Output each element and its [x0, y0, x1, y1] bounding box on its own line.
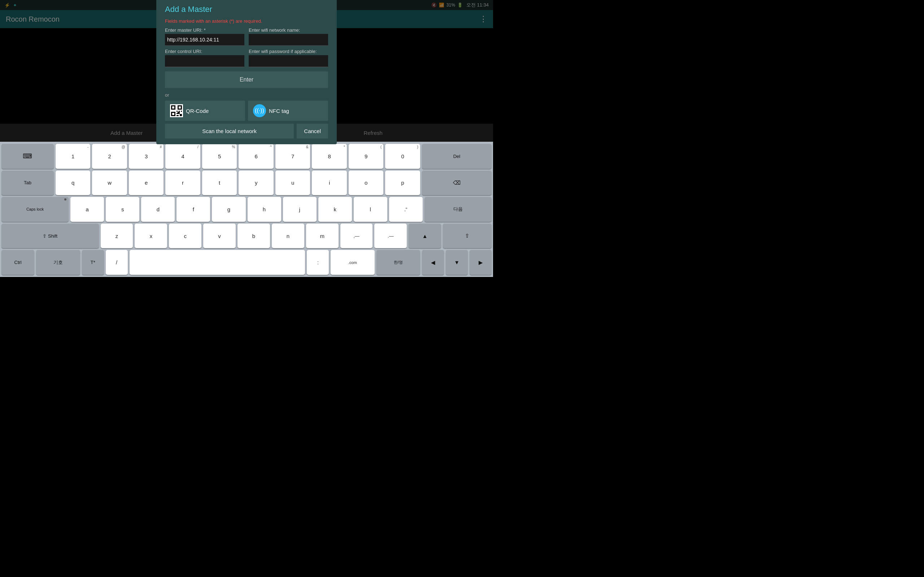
key-x[interactable]: x — [135, 224, 167, 248]
key-r[interactable]: r — [165, 171, 200, 195]
qr-code-button[interactable]: QR-Code — [165, 101, 245, 121]
qr-nfc-row: QR-Code ((·)) NFC tag — [165, 101, 328, 121]
key-s[interactable]: s — [106, 197, 139, 222]
svg-rect-10 — [178, 112, 180, 114]
key-text-format[interactable]: T* — [82, 250, 104, 275]
wifi-password-input[interactable] — [249, 55, 328, 67]
key-g[interactable]: g — [212, 197, 246, 222]
key-f[interactable]: f — [176, 197, 210, 222]
key-dotcom[interactable]: .com — [331, 250, 375, 275]
key-arrow-right[interactable]: ▶ — [470, 250, 492, 275]
nfc-tag-button[interactable]: ((·)) NFC tag — [248, 101, 328, 121]
key-q[interactable]: q — [56, 171, 90, 195]
keyboard-row-bottom: Ctrl 기호 T* / : .com 한/영 ◀ ▼ ▶ — [2, 250, 492, 275]
key-korean-toggle[interactable]: 한/영 — [376, 250, 420, 275]
nfc-icon: ((·)) — [253, 104, 266, 117]
key-7[interactable]: 7& — [275, 144, 310, 169]
key-e[interactable]: e — [129, 171, 164, 195]
key-o[interactable]: o — [349, 171, 384, 195]
key-n[interactable]: n — [272, 224, 304, 248]
or-text: or — [165, 92, 328, 98]
svg-rect-5 — [172, 113, 174, 115]
required-note: Fields marked with an asterisk (*) are r… — [165, 18, 328, 24]
key-0[interactable]: 0) — [385, 144, 420, 169]
key-p[interactable]: p — [385, 171, 420, 195]
key-j[interactable]: j — [283, 197, 317, 222]
key-l[interactable]: l — [354, 197, 387, 222]
svg-rect-12 — [180, 114, 182, 116]
svg-rect-11 — [176, 115, 179, 116]
key-i[interactable]: i — [312, 171, 347, 195]
key-w[interactable]: w — [92, 171, 127, 195]
key-k[interactable]: k — [318, 197, 352, 222]
control-uri-group: Enter control URI: — [165, 49, 244, 67]
keyboard-row-numbers: ⌨ 1- 2@ 3# 4/ 5% 6^ 7& 8* 9( 0) Del — [2, 144, 492, 169]
scan-network-button[interactable]: Scan the local network — [165, 124, 294, 139]
qr-code-label: QR-Code — [186, 108, 208, 114]
svg-rect-1 — [172, 106, 174, 108]
dialog-title: Add a Master — [165, 5, 328, 14]
wifi-name-input[interactable] — [249, 34, 328, 46]
qr-icon — [170, 104, 183, 117]
svg-rect-9 — [176, 113, 178, 114]
key-period-dash[interactable]: .— — [374, 224, 407, 248]
key-capslock[interactable]: Caps lock — [2, 197, 69, 222]
key-5[interactable]: 5% — [202, 144, 237, 169]
key-3[interactable]: 3# — [129, 144, 164, 169]
key-2[interactable]: 2@ — [92, 144, 127, 169]
keyboard: ⌨ 1- 2@ 3# 4/ 5% 6^ 7& 8* 9( 0) Del Tab … — [0, 142, 493, 277]
dialog-overlay: Add a Master Fields marked with an aster… — [0, 0, 493, 142]
key-h[interactable]: h — [247, 197, 281, 222]
wifi-password-label: Enter wifi password if applicable: — [249, 49, 328, 54]
key-c[interactable]: c — [169, 224, 201, 248]
key-v[interactable]: v — [203, 224, 236, 248]
key-ctrl[interactable]: Ctrl — [2, 250, 34, 275]
svg-rect-8 — [181, 111, 182, 112]
key-symbol[interactable]: 기호 — [36, 250, 80, 275]
key-b[interactable]: b — [237, 224, 270, 248]
key-u[interactable]: u — [275, 171, 310, 195]
keyboard-row-zxcv: ⇧ Shift z x c v b n m ,— .— ▲ ⇧ — [2, 224, 492, 248]
key-9[interactable]: 9( — [349, 144, 384, 169]
key-a[interactable]: a — [70, 197, 104, 222]
cancel-button[interactable]: Cancel — [297, 124, 328, 139]
key-8[interactable]: 8* — [312, 144, 347, 169]
key-colon[interactable]: : — [307, 250, 329, 275]
key-next[interactable]: 다음 — [425, 197, 492, 222]
key-1[interactable]: 1- — [56, 144, 90, 169]
master-uri-label: Enter master URI: * — [165, 27, 244, 33]
svg-rect-7 — [179, 111, 180, 112]
key-y[interactable]: y — [239, 171, 274, 195]
key-slash[interactable]: / — [106, 250, 128, 275]
key-comma-quote[interactable]: ," — [389, 197, 423, 222]
scan-cancel-row: Scan the local network Cancel — [165, 124, 328, 139]
wifi-password-group: Enter wifi password if applicable: — [249, 49, 328, 67]
enter-button[interactable]: Enter — [165, 71, 328, 88]
wifi-name-group: Enter wifi network name: — [249, 27, 328, 46]
form-grid: Enter master URI: * Enter wifi network n… — [165, 27, 328, 67]
key-keyboard-icon[interactable]: ⌨ — [2, 144, 54, 169]
add-master-dialog: Add a Master Fields marked with an aster… — [156, 0, 337, 144]
key-d[interactable]: d — [141, 197, 175, 222]
svg-rect-3 — [179, 106, 181, 108]
wifi-name-label: Enter wifi network name: — [249, 27, 328, 33]
key-arrow-left[interactable]: ◀ — [422, 250, 444, 275]
keyboard-row-asdf: Caps lock a s d f g h j k l ," 다음 — [2, 197, 492, 222]
key-backspace[interactable]: ⌫ — [422, 171, 492, 195]
key-space[interactable] — [129, 250, 305, 275]
master-uri-group: Enter master URI: * — [165, 27, 244, 46]
key-6[interactable]: 6^ — [239, 144, 274, 169]
control-uri-input[interactable] — [165, 55, 244, 67]
key-arrow-down[interactable]: ▼ — [446, 250, 468, 275]
key-del[interactable]: Del — [422, 144, 492, 169]
key-comma-dash[interactable]: ,— — [340, 224, 373, 248]
key-m[interactable]: m — [306, 224, 339, 248]
key-shift-right[interactable]: ⇧ — [443, 224, 492, 248]
key-z[interactable]: z — [101, 224, 133, 248]
key-shift-left[interactable]: ⇧ Shift — [2, 224, 99, 248]
key-t[interactable]: t — [202, 171, 237, 195]
key-4[interactable]: 4/ — [165, 144, 200, 169]
key-arrow-up-alt[interactable]: ▲ — [409, 224, 441, 248]
key-tab[interactable]: Tab — [2, 171, 54, 195]
master-uri-input[interactable] — [165, 34, 244, 46]
